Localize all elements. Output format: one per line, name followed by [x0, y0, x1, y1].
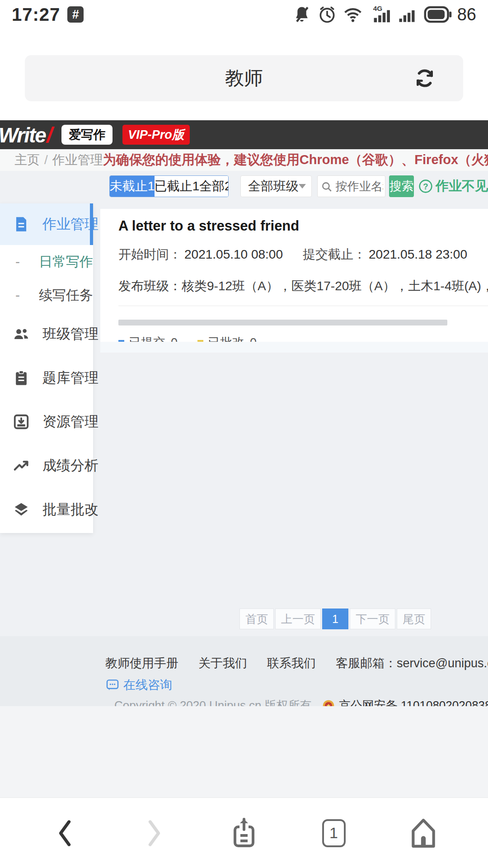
sidebar-item-label: 资源管理	[42, 412, 99, 431]
brand-badge-cn: 爱写作	[61, 125, 113, 145]
page-body: 作业管理 - 日常写作 - 续写任务 班级管理	[0, 171, 488, 636]
class-filter-value: 全部班级	[248, 178, 299, 195]
breadcrumb: 主页 / 作业管理 为确保您的使用体验，建议您使用Chrome（谷歌）、Fire…	[0, 149, 488, 171]
tab-count-icon: 1	[322, 819, 346, 847]
search-box	[317, 175, 386, 197]
vip-pro-badge: VIP-Pro版	[122, 125, 190, 145]
copyright-text: Copyright © 2020 Unipus.cn,版权所有	[114, 698, 312, 706]
search-icon	[321, 181, 333, 193]
footer-link-teacher-manual[interactable]: 教师使用手册	[105, 655, 178, 671]
home-button[interactable]	[408, 818, 438, 848]
clock-time: 17:27	[12, 5, 60, 25]
clipboard-icon	[13, 369, 30, 387]
published-classes: 发布班级：核类9-12班（A），医类17-20班（A），土木1-4班(A)，土木…	[118, 278, 488, 295]
sidebar-item-score-analysis[interactable]: 成绩分析	[0, 443, 93, 487]
brand-bar: iWrite/ 爱写作 VIP-Pro版	[0, 120, 488, 149]
breadcrumb-home[interactable]: 主页	[14, 151, 40, 169]
copyright-row: Copyright © 2020 Unipus.cn,版权所有 京公网安备 11…	[105, 698, 488, 706]
browser-compatibility-warning: 为确保您的使用体验，建议您使用Chrome（谷歌）、Firefox（火狐）、	[103, 151, 488, 169]
subitem-dash: -	[15, 288, 25, 303]
phone-screen: 17:27 # 4G	[0, 0, 488, 868]
online-chat-link[interactable]: 在线咨询	[105, 677, 488, 693]
page-title: 教师	[225, 66, 263, 91]
battery-icon	[424, 5, 452, 24]
trend-icon	[13, 457, 30, 474]
pagination-next[interactable]: 下一页	[350, 609, 395, 629]
start-time-value: 2021.05.10 08:00	[184, 247, 283, 262]
sidebar-item-label: 成绩分析	[42, 456, 99, 475]
notifications-muted-icon	[292, 5, 312, 24]
sidebar-subitem-daily-writing[interactable]: - 日常写作	[0, 245, 93, 278]
help-missing-homework-link[interactable]: ? 作业不见	[418, 177, 488, 195]
layers-icon	[13, 501, 30, 518]
filter-controls: 未截止1 已截止1 全部2 全部班级 搜索 ? 作业不见	[109, 175, 488, 197]
keypad-icon: #	[67, 6, 84, 23]
wifi-icon	[343, 5, 363, 24]
sidebar-item-class-management[interactable]: 班级管理	[0, 312, 93, 356]
search-button[interactable]: 搜索	[389, 175, 414, 197]
footer-link-about[interactable]: 关于我们	[198, 655, 247, 671]
assignment-times: 开始时间： 2021.05.10 08:00 提交截止： 2021.05.18 …	[118, 246, 488, 263]
sidebar-item-label: 作业管理	[42, 215, 99, 234]
pagination-page-1[interactable]: 1	[322, 609, 348, 629]
svg-text:4G: 4G	[373, 5, 382, 12]
deadline-label: 提交截止：	[303, 246, 366, 263]
police-record-number: 京公网安备 11010802020838号	[339, 698, 488, 706]
pagination-last[interactable]: 尾页	[397, 609, 431, 629]
sidebar-item-label: 题库管理	[42, 368, 99, 387]
sidebar-subitem-label: 日常写作	[39, 253, 93, 271]
share-icon	[230, 817, 258, 849]
alarm-icon	[317, 5, 337, 24]
status-bar: 17:27 # 4G	[0, 0, 488, 26]
footer-links: 教师使用手册 关于我们 联系我们 客服邮箱： service@unipus.cn…	[105, 655, 488, 671]
assignment-title[interactable]: A letter to a stressed friend	[118, 218, 488, 234]
tabs-button[interactable]: 1	[319, 818, 349, 848]
tab-count: 1	[329, 824, 338, 842]
signal-4g-icon: 4G	[369, 4, 391, 25]
refresh-icon[interactable]	[413, 66, 437, 90]
page-bottom-spacer	[0, 706, 488, 797]
tab-due[interactable]: 已截止1	[155, 176, 199, 197]
forward-button[interactable]	[140, 818, 169, 848]
svg-text:?: ?	[423, 182, 428, 191]
published-classes-value: 核类9-12班（A），医类17-20班（A），土木1-4班(A)，土木5-8班（…	[182, 279, 488, 293]
forward-chevron-icon	[145, 819, 164, 847]
subitem-dash: -	[15, 254, 25, 269]
status-tab-group: 未截止1 已截止1 全部2	[109, 175, 229, 197]
tab-not-due[interactable]: 未截止1	[110, 176, 155, 197]
deadline-value: 2021.05.18 23:00	[369, 247, 467, 262]
sidebar-subitem-continuation-task[interactable]: - 续写任务	[0, 278, 93, 312]
card-footer-strip	[100, 342, 488, 353]
submission-progress-bar	[118, 320, 447, 326]
pagination-first[interactable]: 首页	[239, 609, 274, 629]
tab-all[interactable]: 全部2	[199, 176, 229, 197]
help-link-label: 作业不见	[436, 177, 488, 195]
start-time-label: 开始时间：	[118, 246, 182, 263]
sidebar-item-homework[interactable]: 作业管理	[0, 203, 93, 245]
sidebar-subitem-label: 续写任务	[39, 286, 93, 305]
sidebar-item-label: 班级管理	[42, 325, 99, 344]
class-filter-dropdown[interactable]: 全部班级	[240, 175, 312, 197]
sidebar-item-resource-management[interactable]: 资源管理	[0, 400, 93, 443]
site-footer: 教师使用手册 关于我们 联系我们 客服邮箱： service@unipus.cn…	[0, 636, 488, 706]
service-email: service@unipus.cn	[397, 656, 488, 670]
published-classes-label: 发布班级：	[118, 279, 182, 293]
online-chat-label: 在线咨询	[123, 677, 172, 693]
iwrite-logo: iWrite/	[0, 123, 52, 147]
police-badge-icon	[322, 698, 335, 707]
share-button[interactable]	[229, 818, 259, 848]
service-email-label: 客服邮箱：	[336, 655, 397, 671]
pagination-prev[interactable]: 上一页	[275, 609, 321, 629]
sidebar-item-batch-grading[interactable]: 批量批改	[0, 487, 93, 531]
sidebar-item-question-bank[interactable]: 题库管理	[0, 356, 93, 400]
back-chevron-icon	[56, 819, 74, 847]
card-divider	[118, 306, 488, 306]
back-button[interactable]	[50, 818, 80, 848]
breadcrumb-separator: /	[44, 153, 48, 167]
users-icon	[13, 326, 30, 343]
browser-nav-bar: 1	[0, 797, 488, 868]
sidebar-item-label: 批量批改	[42, 500, 99, 519]
signal-icon	[397, 4, 418, 25]
footer-link-contact[interactable]: 联系我们	[267, 655, 316, 671]
home-nav-icon	[408, 817, 438, 849]
